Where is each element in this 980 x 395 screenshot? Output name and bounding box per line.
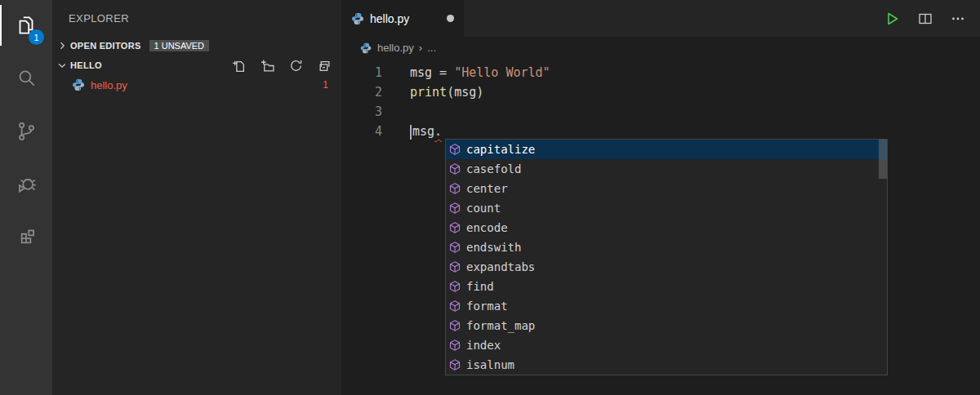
code-line[interactable]: 3 <box>341 102 980 122</box>
suggest-item-count[interactable]: count <box>446 198 887 218</box>
method-icon <box>448 221 461 234</box>
method-icon <box>448 162 461 175</box>
unsaved-badge: 1 UNSAVED <box>149 40 210 51</box>
suggest-item-center[interactable]: center <box>446 179 887 198</box>
code-token: msg <box>412 124 434 139</box>
explorer-badge: 1 <box>29 29 44 45</box>
method-icon <box>448 358 461 371</box>
open-editors-label: OPEN EDITORS <box>70 41 141 51</box>
active-indicator <box>0 5 2 46</box>
search-icon <box>14 66 38 94</box>
new-file-icon[interactable] <box>232 59 246 73</box>
suggest-label: encode <box>466 221 508 234</box>
activity-search[interactable] <box>0 53 52 106</box>
suggest-label: find <box>466 280 494 293</box>
suggest-item-expandtabs[interactable]: expandtabs <box>446 257 887 277</box>
method-icon <box>448 300 461 313</box>
code-line[interactable]: 2print(msg) <box>341 82 980 102</box>
suggest-label: endswith <box>466 241 521 254</box>
code-token: (msg) <box>447 85 483 100</box>
line-number: 1 <box>341 63 382 82</box>
code-line[interactable]: 1msg = "Hello World" <box>341 63 980 82</box>
file-error-count: 1 <box>323 79 328 91</box>
sidebar-title: EXPLORER <box>52 0 341 36</box>
method-icon <box>448 143 461 156</box>
suggest-item-encode[interactable]: encode <box>446 218 887 237</box>
chevron-down-icon <box>56 60 69 70</box>
modified-dot[interactable] <box>447 15 454 22</box>
folder-label: HELLO <box>70 60 102 70</box>
method-icon <box>448 339 461 352</box>
debug-icon <box>14 172 38 200</box>
method-icon <box>448 280 461 293</box>
chevron-right-icon <box>56 41 69 51</box>
suggest-widget: capitalizecasefoldcentercountencodeendsw… <box>445 139 888 375</box>
python-icon <box>351 12 364 25</box>
code-lines: 1msg = "Hello World"2print(msg)34msg. <box>341 59 980 141</box>
breadcrumb-separator: › <box>419 42 422 54</box>
sidebar-explorer: EXPLORER OPEN EDITORS 1 UNSAVED HELLO <box>52 0 341 395</box>
breadcrumb-more[interactable]: ... <box>427 42 436 54</box>
suggest-list: capitalizecasefoldcentercountencodeendsw… <box>446 140 887 375</box>
suggest-item-index[interactable]: index <box>446 335 887 355</box>
suggest-label: index <box>466 339 501 352</box>
error-squiggle-token: . <box>434 124 442 139</box>
suggest-item-endswith[interactable]: endswith <box>446 237 887 257</box>
tab-label: hello.py <box>370 12 409 25</box>
line-number: 3 <box>341 102 382 122</box>
method-icon <box>448 260 461 273</box>
tab-bar: hello.py <box>341 0 980 37</box>
method-icon <box>448 241 461 254</box>
suggest-label: expandtabs <box>466 260 535 273</box>
explorer-toolbar <box>232 59 332 73</box>
extensions-icon <box>14 225 38 253</box>
method-icon <box>448 182 461 195</box>
suggest-item-capitalize[interactable]: capitalize <box>446 140 887 159</box>
python-icon <box>72 78 85 91</box>
more-actions-icon[interactable] <box>951 11 965 26</box>
code-token: msg = <box>410 65 454 80</box>
activity-extensions[interactable] <box>0 212 52 265</box>
run-button[interactable] <box>884 11 900 27</box>
python-icon <box>360 42 372 53</box>
section-open-editors[interactable]: OPEN EDITORS 1 UNSAVED <box>52 36 341 55</box>
suggest-label: casefold <box>466 162 521 175</box>
suggest-label: isalnum <box>466 358 514 371</box>
suggest-scrollbar-thumb[interactable] <box>879 140 887 179</box>
breadcrumb-file[interactable]: hello.py <box>377 42 414 54</box>
method-icon <box>448 319 461 332</box>
code-token: "Hello World" <box>454 65 550 80</box>
suggest-item-format_map[interactable]: format_map <box>446 316 887 335</box>
vscode-window: 1 <box>0 0 980 395</box>
editor-actions <box>884 0 980 37</box>
source-control-icon <box>14 119 38 147</box>
code-text: msg. <box>410 122 442 141</box>
file-hello-py[interactable]: hello.py 1 <box>52 75 341 95</box>
new-folder-icon[interactable] <box>261 59 274 73</box>
method-icon <box>448 202 461 215</box>
line-number: 2 <box>341 82 382 102</box>
split-editor-icon[interactable] <box>918 11 933 26</box>
code-token: print <box>410 85 447 100</box>
code-text: print(msg) <box>410 82 483 102</box>
suggest-label: count <box>466 202 501 215</box>
suggest-label: format <box>466 300 508 313</box>
suggest-label: capitalize <box>466 143 535 156</box>
line-number: 4 <box>341 122 382 141</box>
section-folder-hello[interactable]: HELLO <box>52 55 341 75</box>
activity-bar: 1 <box>0 0 52 395</box>
suggest-item-find[interactable]: find <box>446 277 887 296</box>
collapse-all-icon[interactable] <box>318 59 332 73</box>
text-cursor <box>410 125 412 140</box>
refresh-icon[interactable] <box>289 59 303 73</box>
activity-source-control[interactable] <box>0 106 52 159</box>
activity-run-debug[interactable] <box>0 159 52 212</box>
tab-hello-py[interactable]: hello.py <box>341 0 464 37</box>
suggest-label: center <box>466 182 508 195</box>
suggest-label: format_map <box>466 319 535 332</box>
suggest-item-casefold[interactable]: casefold <box>446 159 887 179</box>
suggest-item-isalnum[interactable]: isalnum <box>446 355 887 375</box>
suggest-item-format[interactable]: format <box>446 296 887 316</box>
breadcrumb[interactable]: hello.py › ... <box>341 37 980 59</box>
activity-explorer[interactable]: 1 <box>0 0 52 53</box>
